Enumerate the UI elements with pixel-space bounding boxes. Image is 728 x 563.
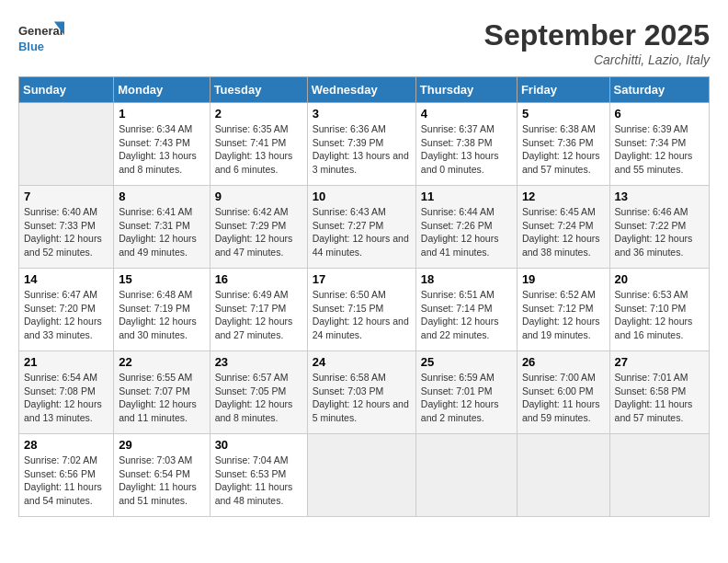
day-cell: 26Sunrise: 7:00 AMSunset: 6:00 PMDayligh… <box>517 351 609 434</box>
day-number: 7 <box>24 190 108 203</box>
day-number: 26 <box>522 355 605 369</box>
day-cell: 24Sunrise: 6:58 AMSunset: 7:03 PMDayligh… <box>307 351 415 434</box>
day-info: Sunrise: 7:01 AMSunset: 6:58 PMDaylight:… <box>615 371 704 425</box>
page-header: General Blue September 2025 Carchitti, L… <box>18 18 710 67</box>
day-number: 22 <box>119 355 204 369</box>
svg-text:General: General <box>18 24 63 38</box>
day-info: Sunrise: 6:53 AMSunset: 7:10 PMDaylight:… <box>615 288 704 342</box>
day-number: 23 <box>215 355 302 369</box>
header-cell-wednesday: Wednesday <box>307 77 415 103</box>
day-info: Sunrise: 6:35 AMSunset: 7:41 PMDaylight:… <box>215 122 302 177</box>
day-cell: 27Sunrise: 7:01 AMSunset: 6:58 PMDayligh… <box>609 351 709 434</box>
header-cell-saturday: Saturday <box>609 77 709 103</box>
day-number: 27 <box>615 355 704 369</box>
day-number: 8 <box>119 190 204 203</box>
day-cell: 20Sunrise: 6:53 AMSunset: 7:10 PMDayligh… <box>609 269 709 351</box>
day-cell: 23Sunrise: 6:57 AMSunset: 7:05 PMDayligh… <box>210 351 307 434</box>
day-number: 9 <box>215 190 302 203</box>
day-cell: 18Sunrise: 6:51 AMSunset: 7:14 PMDayligh… <box>415 269 517 351</box>
day-cell: 25Sunrise: 6:59 AMSunset: 7:01 PMDayligh… <box>415 351 517 434</box>
day-number: 12 <box>522 190 605 203</box>
day-number: 3 <box>313 107 411 121</box>
day-number: 30 <box>215 438 302 452</box>
day-number: 18 <box>421 272 512 286</box>
day-cell: 16Sunrise: 6:49 AMSunset: 7:17 PMDayligh… <box>210 269 307 351</box>
day-cell <box>415 434 517 517</box>
week-row-1: 1Sunrise: 6:34 AMSunset: 7:43 PMDaylight… <box>19 103 710 186</box>
day-cell: 21Sunrise: 6:54 AMSunset: 7:08 PMDayligh… <box>19 351 114 434</box>
day-cell: 11Sunrise: 6:44 AMSunset: 7:26 PMDayligh… <box>415 186 517 269</box>
day-info: Sunrise: 6:34 AMSunset: 7:43 PMDaylight:… <box>119 122 204 177</box>
day-cell: 1Sunrise: 6:34 AMSunset: 7:43 PMDaylight… <box>114 103 210 186</box>
day-number: 17 <box>313 272 411 286</box>
day-cell: 22Sunrise: 6:55 AMSunset: 7:07 PMDayligh… <box>114 351 210 434</box>
day-number: 4 <box>421 107 512 121</box>
day-info: Sunrise: 6:37 AMSunset: 7:38 PMDaylight:… <box>421 122 512 177</box>
day-number: 21 <box>24 355 108 369</box>
day-info: Sunrise: 6:49 AMSunset: 7:17 PMDaylight:… <box>215 288 302 342</box>
day-number: 13 <box>615 190 704 203</box>
day-cell: 4Sunrise: 6:37 AMSunset: 7:38 PMDaylight… <box>415 103 517 186</box>
calendar-table: SundayMondayTuesdayWednesdayThursdayFrid… <box>18 76 710 517</box>
day-cell: 12Sunrise: 6:45 AMSunset: 7:24 PMDayligh… <box>517 186 609 269</box>
header-cell-friday: Friday <box>517 77 609 103</box>
day-info: Sunrise: 6:46 AMSunset: 7:22 PMDaylight:… <box>615 205 704 259</box>
day-cell: 2Sunrise: 6:35 AMSunset: 7:41 PMDaylight… <box>210 103 307 186</box>
day-cell: 5Sunrise: 6:38 AMSunset: 7:36 PMDaylight… <box>517 103 609 186</box>
day-number: 24 <box>313 355 411 369</box>
day-info: Sunrise: 6:42 AMSunset: 7:29 PMDaylight:… <box>215 205 302 259</box>
day-info: Sunrise: 6:47 AMSunset: 7:20 PMDaylight:… <box>24 288 108 342</box>
day-number: 11 <box>421 190 512 203</box>
day-info: Sunrise: 6:55 AMSunset: 7:07 PMDaylight:… <box>119 371 204 425</box>
location: Carchitti, Lazio, Italy <box>484 52 710 67</box>
day-number: 29 <box>119 438 204 452</box>
day-info: Sunrise: 6:51 AMSunset: 7:14 PMDaylight:… <box>421 288 512 342</box>
day-number: 25 <box>421 355 512 369</box>
day-cell: 29Sunrise: 7:03 AMSunset: 6:54 PMDayligh… <box>114 434 210 517</box>
day-cell: 19Sunrise: 6:52 AMSunset: 7:12 PMDayligh… <box>517 269 609 351</box>
day-cell: 28Sunrise: 7:02 AMSunset: 6:56 PMDayligh… <box>19 434 114 517</box>
day-cell: 30Sunrise: 7:04 AMSunset: 6:53 PMDayligh… <box>210 434 307 517</box>
day-info: Sunrise: 6:36 AMSunset: 7:39 PMDaylight:… <box>313 122 411 177</box>
logo-icon: General Blue <box>18 18 64 59</box>
day-info: Sunrise: 6:45 AMSunset: 7:24 PMDaylight:… <box>522 205 605 259</box>
day-cell <box>307 434 415 517</box>
week-row-4: 21Sunrise: 6:54 AMSunset: 7:08 PMDayligh… <box>19 351 710 434</box>
header-cell-monday: Monday <box>114 77 210 103</box>
day-cell: 14Sunrise: 6:47 AMSunset: 7:20 PMDayligh… <box>19 269 114 351</box>
month-title: September 2025 <box>484 18 710 52</box>
day-cell: 7Sunrise: 6:40 AMSunset: 7:33 PMDaylight… <box>19 186 114 269</box>
day-number: 28 <box>24 438 108 452</box>
week-row-3: 14Sunrise: 6:47 AMSunset: 7:20 PMDayligh… <box>19 269 710 351</box>
day-info: Sunrise: 6:40 AMSunset: 7:33 PMDaylight:… <box>24 205 108 259</box>
day-info: Sunrise: 7:03 AMSunset: 6:54 PMDaylight:… <box>119 454 204 508</box>
day-cell <box>19 103 114 186</box>
day-info: Sunrise: 6:50 AMSunset: 7:15 PMDaylight:… <box>313 288 411 342</box>
day-cell <box>609 434 709 517</box>
header-row: SundayMondayTuesdayWednesdayThursdayFrid… <box>19 77 710 103</box>
svg-text:Blue: Blue <box>18 40 44 53</box>
day-number: 2 <box>215 107 302 121</box>
day-info: Sunrise: 6:41 AMSunset: 7:31 PMDaylight:… <box>119 205 204 259</box>
day-info: Sunrise: 7:02 AMSunset: 6:56 PMDaylight:… <box>24 454 108 508</box>
day-number: 15 <box>119 272 204 286</box>
day-number: 6 <box>615 107 704 121</box>
day-cell: 9Sunrise: 6:42 AMSunset: 7:29 PMDaylight… <box>210 186 307 269</box>
day-cell: 15Sunrise: 6:48 AMSunset: 7:19 PMDayligh… <box>114 269 210 351</box>
day-info: Sunrise: 6:59 AMSunset: 7:01 PMDaylight:… <box>421 371 512 425</box>
day-info: Sunrise: 6:54 AMSunset: 7:08 PMDaylight:… <box>24 371 108 425</box>
day-info: Sunrise: 6:57 AMSunset: 7:05 PMDaylight:… <box>215 371 302 425</box>
day-info: Sunrise: 6:58 AMSunset: 7:03 PMDaylight:… <box>313 371 411 425</box>
day-info: Sunrise: 6:48 AMSunset: 7:19 PMDaylight:… <box>119 288 204 342</box>
day-info: Sunrise: 7:00 AMSunset: 6:00 PMDaylight:… <box>522 371 605 425</box>
day-cell: 8Sunrise: 6:41 AMSunset: 7:31 PMDaylight… <box>114 186 210 269</box>
week-row-2: 7Sunrise: 6:40 AMSunset: 7:33 PMDaylight… <box>19 186 710 269</box>
day-cell: 13Sunrise: 6:46 AMSunset: 7:22 PMDayligh… <box>609 186 709 269</box>
day-number: 5 <box>522 107 605 121</box>
header-cell-tuesday: Tuesday <box>210 77 307 103</box>
day-info: Sunrise: 6:39 AMSunset: 7:34 PMDaylight:… <box>615 122 704 177</box>
logo: General Blue <box>18 18 64 59</box>
title-block: September 2025 Carchitti, Lazio, Italy <box>484 18 710 67</box>
header-cell-sunday: Sunday <box>19 77 114 103</box>
day-info: Sunrise: 6:44 AMSunset: 7:26 PMDaylight:… <box>421 205 512 259</box>
